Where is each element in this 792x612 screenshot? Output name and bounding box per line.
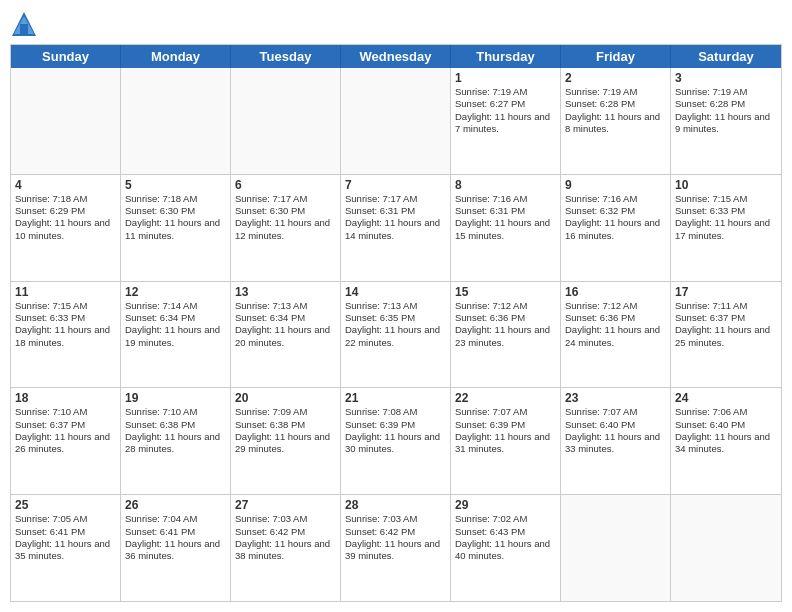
calendar-row: 1Sunrise: 7:19 AMSunset: 6:27 PMDaylight… bbox=[11, 68, 781, 175]
calendar-cell: 16Sunrise: 7:12 AMSunset: 6:36 PMDayligh… bbox=[561, 282, 671, 388]
header bbox=[10, 10, 782, 38]
calendar-header-day: Wednesday bbox=[341, 45, 451, 68]
calendar-row: 11Sunrise: 7:15 AMSunset: 6:33 PMDayligh… bbox=[11, 282, 781, 389]
day-number: 20 bbox=[235, 391, 336, 405]
day-number: 29 bbox=[455, 498, 556, 512]
calendar-cell: 28Sunrise: 7:03 AMSunset: 6:42 PMDayligh… bbox=[341, 495, 451, 601]
day-info: Sunrise: 7:15 AMSunset: 6:33 PMDaylight:… bbox=[15, 300, 116, 349]
day-info: Sunrise: 7:03 AMSunset: 6:42 PMDaylight:… bbox=[345, 513, 446, 562]
day-number: 25 bbox=[15, 498, 116, 512]
calendar-cell: 3Sunrise: 7:19 AMSunset: 6:28 PMDaylight… bbox=[671, 68, 781, 174]
page: SundayMondayTuesdayWednesdayThursdayFrid… bbox=[0, 0, 792, 612]
day-info: Sunrise: 7:16 AMSunset: 6:31 PMDaylight:… bbox=[455, 193, 556, 242]
day-number: 16 bbox=[565, 285, 666, 299]
calendar-cell: 26Sunrise: 7:04 AMSunset: 6:41 PMDayligh… bbox=[121, 495, 231, 601]
day-number: 15 bbox=[455, 285, 556, 299]
calendar-cell: 6Sunrise: 7:17 AMSunset: 6:30 PMDaylight… bbox=[231, 175, 341, 281]
day-info: Sunrise: 7:13 AMSunset: 6:34 PMDaylight:… bbox=[235, 300, 336, 349]
calendar-cell: 27Sunrise: 7:03 AMSunset: 6:42 PMDayligh… bbox=[231, 495, 341, 601]
calendar-cell: 18Sunrise: 7:10 AMSunset: 6:37 PMDayligh… bbox=[11, 388, 121, 494]
day-number: 6 bbox=[235, 178, 336, 192]
day-info: Sunrise: 7:17 AMSunset: 6:31 PMDaylight:… bbox=[345, 193, 446, 242]
day-number: 8 bbox=[455, 178, 556, 192]
day-number: 10 bbox=[675, 178, 777, 192]
calendar: SundayMondayTuesdayWednesdayThursdayFrid… bbox=[10, 44, 782, 602]
calendar-cell: 25Sunrise: 7:05 AMSunset: 6:41 PMDayligh… bbox=[11, 495, 121, 601]
calendar-cell bbox=[11, 68, 121, 174]
day-number: 21 bbox=[345, 391, 446, 405]
day-info: Sunrise: 7:17 AMSunset: 6:30 PMDaylight:… bbox=[235, 193, 336, 242]
calendar-row: 25Sunrise: 7:05 AMSunset: 6:41 PMDayligh… bbox=[11, 495, 781, 601]
calendar-cell: 2Sunrise: 7:19 AMSunset: 6:28 PMDaylight… bbox=[561, 68, 671, 174]
calendar-cell: 12Sunrise: 7:14 AMSunset: 6:34 PMDayligh… bbox=[121, 282, 231, 388]
calendar-cell: 24Sunrise: 7:06 AMSunset: 6:40 PMDayligh… bbox=[671, 388, 781, 494]
calendar-cell: 10Sunrise: 7:15 AMSunset: 6:33 PMDayligh… bbox=[671, 175, 781, 281]
day-info: Sunrise: 7:08 AMSunset: 6:39 PMDaylight:… bbox=[345, 406, 446, 455]
day-info: Sunrise: 7:16 AMSunset: 6:32 PMDaylight:… bbox=[565, 193, 666, 242]
day-number: 13 bbox=[235, 285, 336, 299]
day-number: 9 bbox=[565, 178, 666, 192]
day-number: 26 bbox=[125, 498, 226, 512]
calendar-body: 1Sunrise: 7:19 AMSunset: 6:27 PMDaylight… bbox=[11, 68, 781, 601]
calendar-cell bbox=[121, 68, 231, 174]
calendar-cell: 19Sunrise: 7:10 AMSunset: 6:38 PMDayligh… bbox=[121, 388, 231, 494]
day-number: 27 bbox=[235, 498, 336, 512]
calendar-cell: 23Sunrise: 7:07 AMSunset: 6:40 PMDayligh… bbox=[561, 388, 671, 494]
calendar-header-day: Thursday bbox=[451, 45, 561, 68]
day-info: Sunrise: 7:10 AMSunset: 6:37 PMDaylight:… bbox=[15, 406, 116, 455]
calendar-row: 18Sunrise: 7:10 AMSunset: 6:37 PMDayligh… bbox=[11, 388, 781, 495]
calendar-cell: 22Sunrise: 7:07 AMSunset: 6:39 PMDayligh… bbox=[451, 388, 561, 494]
day-number: 28 bbox=[345, 498, 446, 512]
day-number: 22 bbox=[455, 391, 556, 405]
calendar-cell: 7Sunrise: 7:17 AMSunset: 6:31 PMDaylight… bbox=[341, 175, 451, 281]
day-info: Sunrise: 7:15 AMSunset: 6:33 PMDaylight:… bbox=[675, 193, 777, 242]
calendar-header: SundayMondayTuesdayWednesdayThursdayFrid… bbox=[11, 45, 781, 68]
day-number: 11 bbox=[15, 285, 116, 299]
calendar-header-day: Friday bbox=[561, 45, 671, 68]
day-number: 24 bbox=[675, 391, 777, 405]
calendar-cell: 4Sunrise: 7:18 AMSunset: 6:29 PMDaylight… bbox=[11, 175, 121, 281]
calendar-cell bbox=[671, 495, 781, 601]
day-info: Sunrise: 7:06 AMSunset: 6:40 PMDaylight:… bbox=[675, 406, 777, 455]
calendar-cell: 14Sunrise: 7:13 AMSunset: 6:35 PMDayligh… bbox=[341, 282, 451, 388]
day-info: Sunrise: 7:12 AMSunset: 6:36 PMDaylight:… bbox=[455, 300, 556, 349]
svg-rect-2 bbox=[20, 24, 28, 34]
logo-icon bbox=[10, 10, 38, 38]
day-number: 14 bbox=[345, 285, 446, 299]
day-info: Sunrise: 7:02 AMSunset: 6:43 PMDaylight:… bbox=[455, 513, 556, 562]
day-number: 19 bbox=[125, 391, 226, 405]
day-number: 2 bbox=[565, 71, 666, 85]
calendar-cell: 13Sunrise: 7:13 AMSunset: 6:34 PMDayligh… bbox=[231, 282, 341, 388]
day-info: Sunrise: 7:04 AMSunset: 6:41 PMDaylight:… bbox=[125, 513, 226, 562]
calendar-header-day: Sunday bbox=[11, 45, 121, 68]
day-info: Sunrise: 7:03 AMSunset: 6:42 PMDaylight:… bbox=[235, 513, 336, 562]
calendar-cell: 20Sunrise: 7:09 AMSunset: 6:38 PMDayligh… bbox=[231, 388, 341, 494]
calendar-cell bbox=[341, 68, 451, 174]
day-number: 1 bbox=[455, 71, 556, 85]
day-info: Sunrise: 7:05 AMSunset: 6:41 PMDaylight:… bbox=[15, 513, 116, 562]
calendar-header-day: Monday bbox=[121, 45, 231, 68]
day-info: Sunrise: 7:10 AMSunset: 6:38 PMDaylight:… bbox=[125, 406, 226, 455]
day-number: 17 bbox=[675, 285, 777, 299]
logo bbox=[10, 10, 42, 38]
day-info: Sunrise: 7:19 AMSunset: 6:27 PMDaylight:… bbox=[455, 86, 556, 135]
day-number: 3 bbox=[675, 71, 777, 85]
day-number: 7 bbox=[345, 178, 446, 192]
calendar-cell: 5Sunrise: 7:18 AMSunset: 6:30 PMDaylight… bbox=[121, 175, 231, 281]
day-info: Sunrise: 7:14 AMSunset: 6:34 PMDaylight:… bbox=[125, 300, 226, 349]
day-info: Sunrise: 7:07 AMSunset: 6:40 PMDaylight:… bbox=[565, 406, 666, 455]
day-info: Sunrise: 7:11 AMSunset: 6:37 PMDaylight:… bbox=[675, 300, 777, 349]
day-number: 4 bbox=[15, 178, 116, 192]
calendar-cell: 15Sunrise: 7:12 AMSunset: 6:36 PMDayligh… bbox=[451, 282, 561, 388]
day-info: Sunrise: 7:19 AMSunset: 6:28 PMDaylight:… bbox=[675, 86, 777, 135]
calendar-cell bbox=[231, 68, 341, 174]
day-info: Sunrise: 7:12 AMSunset: 6:36 PMDaylight:… bbox=[565, 300, 666, 349]
calendar-header-day: Tuesday bbox=[231, 45, 341, 68]
day-info: Sunrise: 7:18 AMSunset: 6:30 PMDaylight:… bbox=[125, 193, 226, 242]
calendar-cell bbox=[561, 495, 671, 601]
calendar-row: 4Sunrise: 7:18 AMSunset: 6:29 PMDaylight… bbox=[11, 175, 781, 282]
day-info: Sunrise: 7:09 AMSunset: 6:38 PMDaylight:… bbox=[235, 406, 336, 455]
day-number: 23 bbox=[565, 391, 666, 405]
day-info: Sunrise: 7:13 AMSunset: 6:35 PMDaylight:… bbox=[345, 300, 446, 349]
calendar-cell: 8Sunrise: 7:16 AMSunset: 6:31 PMDaylight… bbox=[451, 175, 561, 281]
